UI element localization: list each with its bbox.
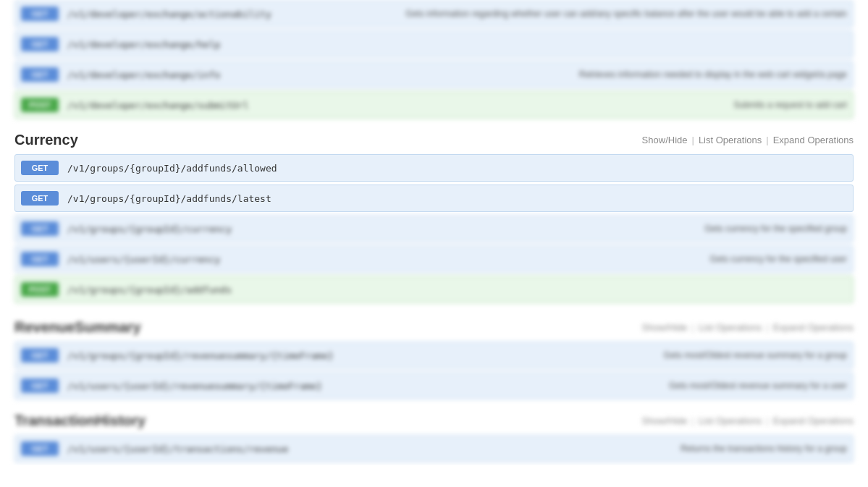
method-badge-get: GET <box>21 221 59 236</box>
table-row[interactable]: GET /v1/groups/{groupId}/revenuesummary/… <box>14 342 854 369</box>
table-row[interactable]: GET /v1/groups/{groupId}/addfunds/allowe… <box>14 154 854 182</box>
api-path: /v1/developer/exchange/submitUrl <box>67 100 327 111</box>
api-description: Gets currency for the specified user <box>327 254 847 264</box>
api-description: Gets most/Oldest revenue summary for a g… <box>334 350 847 360</box>
divider: | <box>766 135 768 145</box>
transaction-history-section: TransactionHistory Show/Hide | List Oper… <box>14 402 854 462</box>
api-description: Submits a request to add cart <box>327 100 847 110</box>
api-path: /v1/groups/{groupId}/revenuesummary/{tim… <box>67 350 334 361</box>
page-container: GET /v1/developer/exchange/actionability… <box>0 0 868 462</box>
table-row[interactable]: GET /v1/groups/{groupId}/addfunds/latest <box>14 185 854 212</box>
list-operations-link[interactable]: List Operations <box>699 415 762 426</box>
revenue-summary-section-header: RevenueSummary Show/Hide | List Operatio… <box>14 309 854 342</box>
transaction-history-controls: Show/Hide | List Operations | Expand Ope… <box>642 415 854 426</box>
method-badge-get: GET <box>21 252 59 266</box>
table-row[interactable]: GET /v1/users/{userId}/currency Gets cur… <box>14 245 854 273</box>
table-row[interactable]: GET /v1/developer/exchange/info Retrieve… <box>14 61 854 88</box>
api-path: /v1/users/{userId}/revenuesummary/{timeF… <box>67 381 327 391</box>
revenue-summary-controls: Show/Hide | List Operations | Expand Ope… <box>642 322 854 333</box>
divider: | <box>691 415 694 426</box>
api-path: /v1/groups/{groupId}/addfunds/latest <box>67 193 327 204</box>
api-description: Gets currency for the specified group <box>327 224 847 234</box>
revenue-summary-title: RevenueSummary <box>14 319 141 336</box>
currency-blurred-rows: GET /v1/groups/{groupId}/currency Gets c… <box>14 215 854 303</box>
api-path: /v1/groups/{groupId}/addfunds/allowed <box>67 163 327 174</box>
method-badge-post: POST <box>21 282 59 297</box>
api-path: /v1/users/{userId}/transactions/revenue <box>67 444 327 454</box>
currency-title: Currency <box>14 132 78 148</box>
transaction-history-section-header: TransactionHistory Show/Hide | List Oper… <box>14 402 854 435</box>
method-badge-get: GET <box>21 37 59 51</box>
api-path: /v1/groups/{groupId}/currency <box>67 224 327 234</box>
table-row[interactable]: GET /v1/developer/exchange/actionability… <box>14 0 854 27</box>
method-badge-post: POST <box>21 98 59 112</box>
expand-operations-link[interactable]: Expand Operations <box>773 135 854 145</box>
table-row[interactable]: GET /v1/users/{userId}/transactions/reve… <box>14 435 854 462</box>
show-hide-link[interactable]: Show/Hide <box>642 322 688 333</box>
table-row[interactable]: POST /v1/developer/exchange/submitUrl Su… <box>14 91 854 119</box>
api-description: Retrieves information needed to display … <box>327 69 847 80</box>
method-badge-get: GET <box>21 191 59 206</box>
currency-section-header: Currency Show/Hide | List Operations | E… <box>14 122 854 154</box>
transaction-history-title: TransactionHistory <box>14 412 146 429</box>
api-path: /v1/developer/exchange/actionability <box>67 9 327 20</box>
method-badge-get: GET <box>21 441 59 456</box>
api-path: /v1/developer/exchange/help <box>67 39 327 50</box>
divider: | <box>691 322 694 333</box>
divider: | <box>766 415 768 426</box>
expand-operations-link[interactable]: Expand Operations <box>773 415 854 426</box>
api-description: Returns the transactions history for a g… <box>327 444 847 454</box>
table-row[interactable]: GET /v1/groups/{groupId}/currency Gets c… <box>14 215 854 242</box>
revenue-summary-section: RevenueSummary Show/Hide | List Operatio… <box>14 309 854 399</box>
method-badge-get: GET <box>21 67 59 82</box>
api-path: /v1/users/{userId}/currency <box>67 254 327 265</box>
divider: | <box>766 322 768 333</box>
top-blurred-section: GET /v1/developer/exchange/actionability… <box>14 0 854 119</box>
api-path: /v1/developer/exchange/info <box>67 69 327 80</box>
table-row[interactable]: GET /v1/users/{userId}/revenuesummary/{t… <box>14 372 854 399</box>
expand-operations-link[interactable]: Expand Operations <box>773 322 854 333</box>
method-badge-get: GET <box>21 161 59 175</box>
api-description: Gets information regarding whether user … <box>327 9 847 19</box>
currency-controls: Show/Hide | List Operations | Expand Ope… <box>642 135 854 145</box>
show-hide-link[interactable]: Show/Hide <box>642 135 688 145</box>
method-badge-get: GET <box>21 378 59 393</box>
method-badge-get: GET <box>21 348 59 363</box>
list-operations-link[interactable]: List Operations <box>699 322 762 333</box>
show-hide-link[interactable]: Show/Hide <box>642 415 688 426</box>
currency-section: Currency Show/Hide | List Operations | E… <box>14 122 854 303</box>
table-row[interactable]: POST /v1/groups/{groupId}/addfunds <box>14 276 854 303</box>
api-description: Gets most/Oldest revenue summary for a u… <box>327 381 847 391</box>
table-row[interactable]: GET /v1/developer/exchange/help <box>14 30 854 58</box>
divider: | <box>691 135 694 145</box>
list-operations-link[interactable]: List Operations <box>699 135 762 145</box>
method-badge-get: GET <box>21 7 59 21</box>
api-path: /v1/groups/{groupId}/addfunds <box>67 284 327 295</box>
